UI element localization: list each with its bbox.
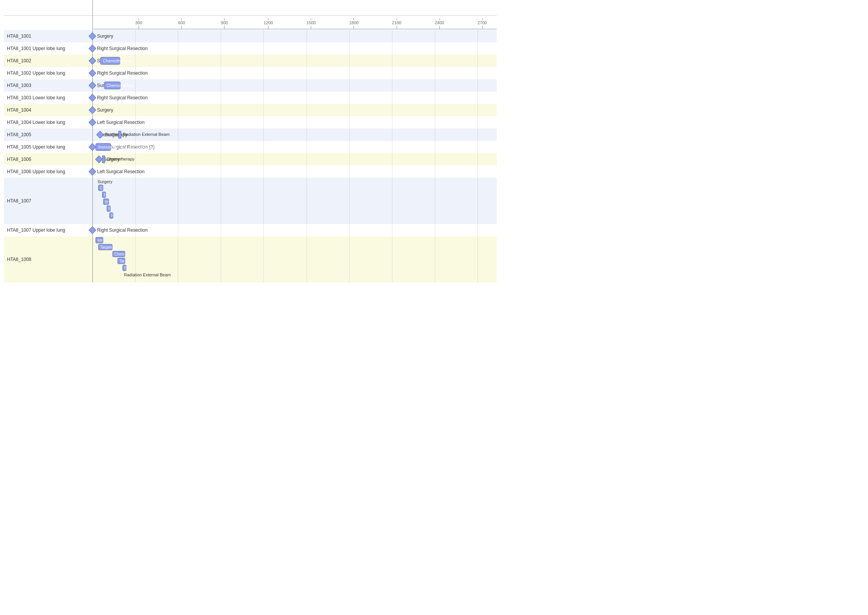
data-row: HTA8_1006 Upper lobe lungLeft Surgical R… [4, 165, 497, 178]
row-label: HTA8_1003 [4, 81, 92, 90]
timeline-row: Right Surgical Resection [92, 42, 497, 55]
axis-tick-900: 900 [221, 18, 228, 29]
data-row: HTA8_1005 Upper lobe lungRight Surgical … [4, 141, 497, 153]
timeline-label: Chemotherapy [107, 157, 134, 161]
axis-tick-1800: 1800 [349, 18, 359, 29]
timeline-bar: Targeted Molecular Therapy [98, 244, 112, 250]
timeline-bar: Immunotherapy (Including Vaccines) [103, 199, 109, 205]
row-label: HTA8_1003 Lower lobe lung [4, 94, 92, 102]
data-row: HTA8_1006SurgeryChemotherapy [4, 153, 497, 165]
page-container: 300600900120015001800210024002700 HTA8_1… [0, 0, 868, 290]
timeline-label: Right Surgical Resection [97, 70, 147, 76]
row-label: HTA8_1005 Upper lobe lung [4, 143, 92, 151]
data-row: HTA8_1008Immunotherapy (Including Vaccin… [4, 236, 497, 282]
timeline-label: Right Surgical Resection [97, 227, 147, 233]
data-row: HTA8_1004Surgery [4, 104, 497, 116]
timeline-row: Surgery [92, 30, 497, 42]
row-label: HTA8_1004 [4, 106, 92, 114]
timeline-row: ChemotherapySurgeryRadiation External Be… [92, 129, 497, 141]
data-row: HTA8_1005ChemotherapySurgeryRadiation Ex… [4, 129, 497, 141]
timeline-row: Surgery [92, 104, 497, 116]
timeline-row: Immunotherapy (Including Vaccines)Target… [92, 236, 497, 282]
axis-tick-600: 600 [178, 18, 185, 29]
row-label: HTA8_1007 Upper lobe lung [4, 226, 92, 234]
rows-container: HTA8_1001SurgeryHTA8_1001 Upper lobe lun… [4, 30, 497, 282]
row-label: HTA8_1004 Lower lobe lung [4, 118, 92, 127]
timeline-row: Left Surgical Resection [92, 116, 497, 129]
timeline-bar: Radiation External Beam [122, 265, 126, 271]
data-row: HTA8_1002SurgeryChemotherapy [4, 55, 497, 67]
row-label: HTA8_1002 Upper lobe lung [4, 69, 92, 77]
row-label: HTA8_1005 [4, 130, 92, 139]
timeline-bar: Targeted Molecular Therapy [117, 258, 125, 264]
timeline-bar: Immunotherapy (Including Vaccines) [96, 237, 103, 243]
row-label: HTA8_1006 Upper lobe lung [4, 167, 92, 176]
timeline-label: Left Surgical Resection [97, 120, 144, 125]
data-row: HTA8_1002 Upper lobe lungRight Surgical … [4, 67, 497, 79]
timeline-label: Surgery [97, 179, 112, 184]
timeline-row: Right Surgical Resection [92, 67, 497, 79]
axis-tick-2100: 2100 [392, 18, 401, 29]
timeline-row: SurgeryChemotherapy [92, 153, 497, 165]
row-label: HTA8_1006 [4, 155, 92, 164]
timeline-row: SurgeryChemotherapy [92, 79, 497, 92]
axis-tick-300: 300 [135, 18, 142, 29]
axis-bar: 300600900120015001800210024002700 [92, 16, 497, 29]
timeline-bar: Radiation External Beam [107, 206, 111, 212]
axis-tick-1200: 1200 [263, 18, 273, 29]
data-row: HTA8_1004 Lower lobe lungLeft Surgical R… [4, 116, 497, 129]
timeline-bar: Chemotherapy [98, 185, 103, 191]
timeline-bar: Radiation External Beam [102, 192, 106, 198]
timeline-bar: Chemotherapy [100, 57, 120, 65]
timeline-row: SurgeryChemotherapyRadiation External Be… [92, 178, 497, 224]
data-row: HTA8_1003SurgeryChemotherapy [4, 79, 497, 92]
timeline-row: Right Surgical Resection [92, 92, 497, 104]
timeline-bar-narrow [102, 155, 105, 163]
timeline-bar: Immunotherapy (Including Vaccines) [96, 143, 111, 151]
timeline-label: Surgery [97, 107, 113, 113]
data-row: HTA8_1001 Upper lobe lungRight Surgical … [4, 42, 497, 55]
timeline-bar-narrow [118, 131, 121, 139]
row-label: HTA8_1007 [4, 197, 92, 205]
timeline-label: Radiation External Beam [124, 272, 171, 277]
chart-container: 300600900120015001800210024002700 HTA8_1… [4, 15, 497, 282]
timeline-label: Radiation External Beam [123, 132, 170, 137]
data-row: HTA8_1003 Lower lobe lungRight Surgical … [4, 92, 497, 104]
data-row: HTA8_1007 Upper lobe lungRight Surgical … [4, 224, 497, 236]
row-label: HTA8_1002 [4, 57, 92, 65]
axis-tick-2400: 2400 [435, 18, 444, 29]
data-row: HTA8_1001Surgery [4, 30, 497, 42]
row-label: HTA8_1001 [4, 32, 92, 40]
timeline-row: Right Surgical Resection [92, 224, 497, 236]
data-row: HTA8_1007SurgeryChemotherapyRadiation Ex… [4, 178, 497, 224]
row-label: HTA8_1008 [4, 255, 92, 264]
axis-tick-2700: 2700 [478, 18, 487, 29]
timeline-row: SurgeryChemotherapy [92, 55, 497, 67]
timeline-label: Right Surgical Resection [97, 95, 147, 100]
timeline-label: Right Surgical Resection [97, 46, 147, 51]
timeline-bar: Chemotherapy [104, 82, 121, 89]
timeline-label: Surgery [97, 33, 113, 39]
timeline-diamond [95, 155, 103, 163]
row-label: HTA8_1001 Upper lobe lung [4, 44, 92, 53]
timeline-label: Left Surgical Resection [97, 169, 144, 174]
timeline-bar: Chemotherapy [112, 251, 125, 257]
axis-tick-1500: 1500 [307, 18, 316, 29]
timeline-bar: Radiation External Beam [109, 212, 113, 219]
timeline-row: Left Surgical Resection [92, 165, 497, 178]
timeline-row: Right Surgical Resection (3)Immunotherap… [92, 141, 497, 153]
